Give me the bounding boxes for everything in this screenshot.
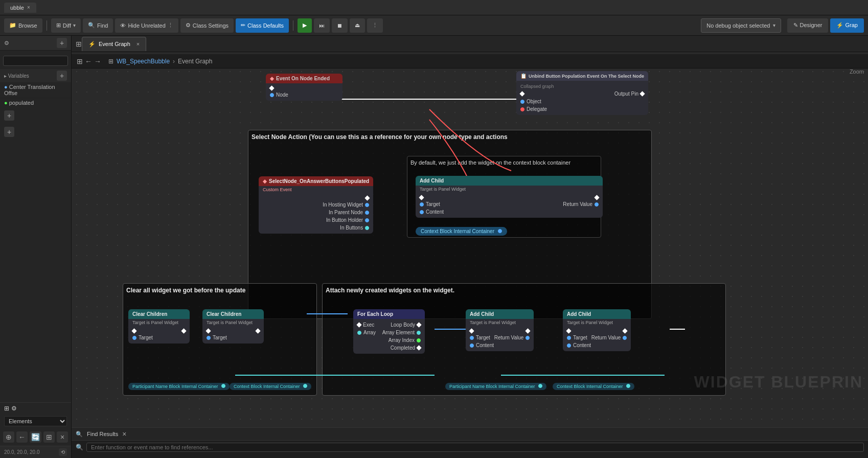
participant-name-pin-2[interactable]: Participant Name Block Internal Containe… [445,383,546,390]
breadcrumb-sep: › [173,58,175,65]
graph-area[interactable]: ⊞ ⚡ Event Graph × ⊞ ← → ⊞ WB_SpeechBubbl… [72,36,868,458]
action-btn-4[interactable]: ⊞ [43,431,55,443]
action-btn-close[interactable]: × [57,431,68,443]
play-button[interactable]: ▶ [298,18,312,33]
hide-unrelated-menu-icon: ⋮ [168,22,173,29]
panel-actions: ⊕ ← 🔄 ⊞ × [0,428,71,446]
delegate-pin [520,107,524,111]
exec-in-pin [520,91,525,97]
clear-children-2[interactable]: Clear Children Target is Panel Widget Ta… [202,309,264,344]
nav-home-btn[interactable]: ⊞ [77,57,83,65]
find-bar-header: 🔍 Find Results × [72,428,868,441]
object-pin [520,100,524,104]
hide-unrelated-button[interactable]: 👁 Hide Unrelated ⋮ [115,18,178,33]
for-each-loop-node[interactable]: For Each Loop Exec Loop Body Array [353,309,425,354]
action-btn-3[interactable]: 🔄 [30,431,41,443]
left-section: ⚙ + ▸ Variables + ● Center Translatio [0,36,71,458]
browse-button[interactable]: 📁 Browse [4,18,42,33]
add-row1: + [0,107,71,124]
eject-button[interactable]: ⏏ [350,18,365,33]
search-area [0,53,71,69]
section-content: ▸ Variables + ● Center Translation Offse… [0,51,71,402]
select-node-event[interactable]: ◆ SelectNode_OnAnswerButtonsPopulated Cu… [259,176,373,234]
breadcrumb: ⊞ ← → ⊞ WB_SpeechBubble › Event Graph [72,54,868,68]
coords-display: 20.0, 20.0, 20.0 [4,449,40,455]
toolbar: 📁 Browse ⊞ Diff ▾ 🔍 Find 👁 Hide Unrelate… [0,15,868,36]
participant-name-pin-1[interactable]: Participant Name Block Internal Containe… [128,383,230,390]
event-graph-close[interactable]: × [136,41,140,47]
graph-tab-btn[interactable]: ⚡ Grap [830,18,864,33]
add-child-node-2[interactable]: Add Child Target is Panel Widget Target [466,309,534,351]
add-child-node-3[interactable]: Add Child Target is Panel Widget Target [563,309,631,351]
reset-view-btn[interactable]: ⟲ [59,448,67,456]
diff-button[interactable]: ⊞ Diff ▾ [51,18,81,33]
bottom-bar: ⊞ ⚙ [0,403,71,414]
panel-add-btn[interactable]: + [57,38,67,48]
nav-grid-icon: ⊞ [76,40,82,48]
elements-dropdown[interactable]: Elements [4,416,67,426]
find-button[interactable]: 🔍 Find [83,18,113,33]
add-item-btn[interactable]: + [4,127,14,137]
bottom-settings-icon: ⚙ [11,405,17,412]
find-bar-close-btn[interactable]: × [122,430,126,438]
nav-forward-btn[interactable]: → [94,57,101,65]
section-header: ⚙ + [0,36,71,51]
step-icon: ⏭ [319,22,325,29]
var-icon: ● [4,84,8,90]
stop-button[interactable]: ⏹ [332,18,348,33]
clear-children-1[interactable]: Clear Children Target is Panel Widget Ta… [128,309,190,344]
context-block-pin-1[interactable]: Context Block Internal Container [230,383,311,390]
graph-icon: ⚡ [836,22,843,28]
sep2 [293,20,293,31]
class-settings-button[interactable]: ⚙ Class Settings [180,18,234,33]
app-tab-close[interactable]: × [27,5,30,10]
debug-dropdown-arrow: ▾ [773,22,775,28]
var-center-translation[interactable]: ● Center Translation Offse [0,82,71,98]
more-button[interactable]: ⋮ [367,18,383,33]
context-block-1[interactable]: Context Block Internal Container [416,227,507,236]
breadcrumb-root[interactable]: WB_SpeechBubble [117,58,170,65]
find-input-icon: 🔍 [76,444,83,451]
variables-section: ▸ Variables + ● Center Translation Offse [0,69,71,98]
breadcrumb-current: Event Graph [178,58,212,65]
context-block-pin-2[interactable]: Context Block Internal Container [553,383,634,390]
action-btn-2[interactable]: ← [16,431,28,443]
exec-pin-out [269,86,275,91]
event-on-node-ended-node[interactable]: ◆ Event On Node Ended Node [266,74,342,101]
search-input[interactable] [3,56,68,66]
var-populated[interactable]: ● populated [0,98,71,107]
add-child-node-1[interactable]: Add Child Target is Panel Widget [416,176,603,218]
debug-dropdown[interactable]: No debug object selected ▾ [701,18,781,33]
find-bar: 🔍 Find Results × 🔍 [72,427,868,458]
designer-tab[interactable]: ✎ Designer [787,18,828,33]
class-defaults-button[interactable]: ✏ Class Defaults [236,18,289,33]
action-btn-1[interactable]: ⊕ [3,431,14,443]
var-populated-icon: ● [4,100,8,106]
app-tab[interactable]: ubble × [4,3,36,13]
variables-header: ▸ Variables + [0,69,71,82]
sep1 [47,20,47,31]
left-panel: ⚙ + ▸ Variables + ● Center Translatio [0,36,72,458]
inner-comment: By default, we just add the widget on th… [407,156,601,238]
step-button[interactable]: ⏭ [314,18,330,33]
graph-tabs: ⊞ ⚡ Event Graph × [72,36,868,52]
class-defaults-icon: ✏ [241,22,245,29]
browse-icon: 📁 [9,22,16,29]
table-icon: ⊞ [4,405,9,412]
exec-out-pin [640,91,645,97]
find-bar-input[interactable] [86,443,864,452]
panel-bottom: ⊞ ⚙ Elements ⊕ ← 🔄 ⊞ × 20.0, 20.0, 20.0 [0,402,71,458]
canvas[interactable]: ◆ Event On Node Ended Node 📋 [72,68,868,427]
nav-back-btn[interactable]: ← [85,57,92,65]
main-layout: ⚙ + ▸ Variables + ● Center Translatio [0,36,868,458]
add-variable-btn[interactable]: + [4,110,14,121]
play-icon: ▶ [303,22,307,29]
event-graph-label: Event Graph [99,41,130,47]
unbind-button-node[interactable]: 📋 Unbind Button Population Event On The … [516,71,648,115]
event-graph-tab[interactable]: ⚡ Event Graph × [82,37,146,51]
find-bar-title: Find Results [87,431,118,437]
diff-icon: ⊞ [56,22,61,29]
clear-widgets-comment: Clear all widget we got before the updat… [123,283,317,396]
variables-add-btn[interactable]: + [57,71,67,81]
stop-icon: ⏹ [337,22,342,29]
